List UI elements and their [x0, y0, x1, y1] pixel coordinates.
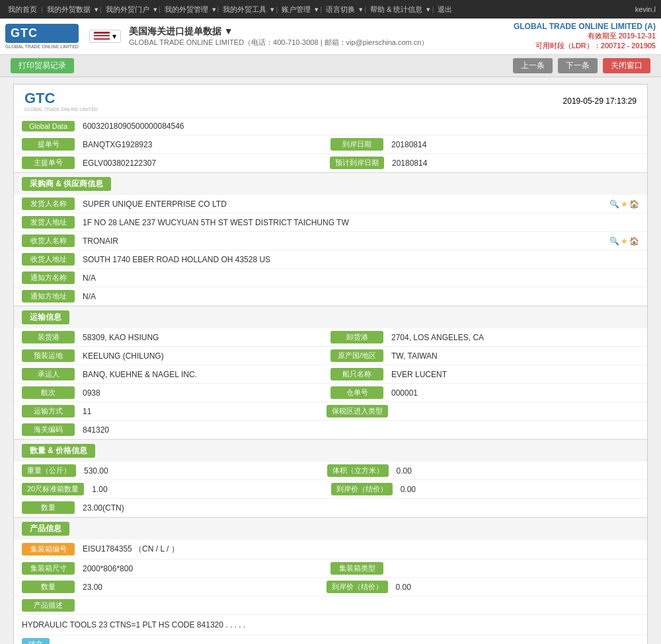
- page-subtitle: GLOBAL TRADE ONLINE LIMITED（电话：400-710-3…: [129, 38, 514, 48]
- nav-logout[interactable]: 退出: [435, 5, 455, 15]
- est-arrival-value: 20180814: [389, 157, 639, 169]
- arrival-price-value: 0.00: [398, 483, 639, 495]
- qty-row: 数量 23.00(CTN): [14, 499, 647, 517]
- header-bar: GTC GLOBAL TRADE ONLINE LIMITED ▾ 美国海关进口…: [0, 18, 661, 55]
- print-record-btn[interactable]: 打印贸易记录: [11, 58, 74, 73]
- container-size-label: 集装箱尺寸: [22, 562, 75, 575]
- consignee-addr-row: 收货人地址 SOUTH 1740 EBER ROAD HOLLAND OH 43…: [14, 250, 647, 269]
- nav-my-data[interactable]: 我的外贸数据: [44, 5, 93, 15]
- depart-port-value: 58309, KAO HSIUNG: [80, 332, 330, 343]
- nav-manage[interactable]: 我的外贸管理: [162, 5, 211, 15]
- page-title: 美国海关进口提单数据 ▼: [129, 26, 514, 38]
- product-price-label: 到岸价（结价）: [327, 581, 388, 593]
- nav-account[interactable]: 账户管理: [279, 5, 313, 15]
- shipper-home-icon[interactable]: 🏠: [629, 199, 639, 209]
- consignee-home-icon[interactable]: 🏠: [629, 236, 639, 246]
- nav-portal[interactable]: 我的外贸门户: [103, 5, 152, 15]
- qty-price-section: 数量 & 价格信息: [14, 439, 647, 462]
- product-desc-title-row: 产品描述: [14, 596, 647, 615]
- dest-port-label: 卸货港: [330, 331, 383, 343]
- nav-user: kevin.l: [635, 5, 656, 13]
- global-data-label: Global Data: [22, 121, 75, 131]
- next-btn[interactable]: 下一条: [558, 58, 598, 73]
- carrier-label: 承运人: [22, 368, 75, 380]
- transport-mode-value: 11: [80, 406, 327, 417]
- logo-area: GTC GLOBAL TRADE ONLINE LIMITED: [5, 24, 79, 49]
- bonus-zone-value: [393, 410, 640, 413]
- shipper-star-icon[interactable]: ★: [621, 199, 628, 209]
- product-price-value: 0.00: [393, 581, 640, 593]
- product-title: 产品信息: [22, 522, 69, 536]
- top-nav: 我的首页 | 我的外贸数据▾ | 我的外贸门户▾ | 我的外贸管理▾ | 我的外…: [0, 0, 661, 18]
- shipper-addr-row: 发货人地址 1F NO 28 LANE 237 WUCYUAN 5TH ST W…: [14, 213, 647, 232]
- product-qty-row: 数量 23.00 到岸价（结价） 0.00: [14, 578, 647, 596]
- document-card: GTC GLOBAL TRADE ONLINE LIMITED 2019-05-…: [13, 84, 648, 644]
- doc-logo: GTC: [24, 90, 98, 107]
- nav-tools[interactable]: 我的外贸工具: [220, 5, 269, 15]
- qty-label: 数量: [22, 501, 75, 514]
- doc-header: GTC GLOBAL TRADE ONLINE LIMITED 2019-05-…: [14, 85, 647, 118]
- prev-btn[interactable]: 上一条: [513, 58, 553, 73]
- voyage-label: 航次: [22, 386, 75, 399]
- depart-port-label: 装货港: [22, 331, 75, 343]
- logo: GTC: [5, 24, 79, 43]
- global-data-row: Global Data 60032018090500000084546: [14, 118, 647, 135]
- ldr-info: 可用时段（LDR）：200712 - 201905: [514, 41, 656, 51]
- vessel-label: 船只名称: [330, 368, 383, 380]
- logo-sub: GLOBAL TRADE ONLINE LIMITED: [5, 44, 79, 49]
- loading-place-label: 预装运地: [22, 349, 75, 362]
- master-bill-row: 主提单号 EGLV003802122307 预计到岸日期 20180814: [14, 154, 647, 172]
- shipper-search-icon[interactable]: 🔍: [609, 199, 619, 209]
- flag-area[interactable]: ▾: [89, 30, 121, 43]
- doc-timestamp: 2019-05-29 17:13:29: [563, 96, 637, 106]
- doc-logo-sub: GLOBAL TRADE ONLINE LIMITED: [24, 107, 98, 112]
- container-no-label: 仓单号: [330, 386, 383, 399]
- arrival-date-label: 到岸日期: [330, 138, 383, 151]
- depart-port-row: 装货港 58309, KAO HSIUNG 卸货港 2704, LOS ANGE…: [14, 328, 647, 347]
- nav-home[interactable]: 我的首页: [5, 5, 40, 15]
- customs-code-label: 海关编码: [22, 423, 75, 436]
- shipper-addr-label: 发货人地址: [22, 216, 75, 229]
- est-arrival-label: 预计到岸日期: [330, 157, 384, 169]
- customs-code-row: 海关编码 841320: [14, 421, 647, 439]
- consignee-name-value: TRONAIR: [80, 235, 607, 247]
- flag-arrow: ▾: [112, 32, 116, 41]
- container-type-value: [389, 567, 639, 570]
- buyer-supplier-section: 采购商 & 供应商信息: [14, 172, 647, 195]
- dest-port-value: 2704, LOS ANGELES, CA: [389, 332, 639, 343]
- consignee-name-row: 收货人名称 TRONAIR 🔍 ★ 🏠: [14, 232, 647, 250]
- product-desc-title: 产品描述: [22, 599, 75, 612]
- consignee-search-icon[interactable]: 🔍: [609, 236, 619, 246]
- origin-value: TW, TAIWAN: [389, 350, 639, 362]
- remarks-btn[interactable]: 破文: [22, 638, 50, 644]
- carrier-value: BANQ, KUEHNE & NAGEL INC.: [80, 369, 330, 380]
- remarks-btn-row: 破文: [14, 635, 647, 644]
- main-content: GTC GLOBAL TRADE ONLINE LIMITED 2019-05-…: [0, 77, 661, 644]
- nav-lang[interactable]: 语言切换: [323, 5, 358, 15]
- volume-value: 0.00: [394, 465, 640, 477]
- bill-number-row: 提单号 BANQTXG1928923 到岸日期 20180814: [14, 135, 647, 154]
- notify-addr-value: N/A: [80, 291, 639, 303]
- product-description: HYDRAULIC TOOLS 23 CTNS=1 PLT HS CODE 84…: [14, 615, 647, 635]
- shipper-name-value: SUPER UNIQUE ENTERPRISE CO LTD: [80, 198, 607, 210]
- expiry-date: 有效期至 2019-12-31: [514, 31, 656, 41]
- product-qty-value: 23.00: [80, 581, 327, 593]
- carrier-row: 承运人 BANQ, KUEHNE & NAGEL INC. 船只名称 EVER …: [14, 365, 647, 384]
- loading-place-value: KEELUNG (CHILUNG): [80, 350, 330, 362]
- voyage-value: 0938: [80, 387, 330, 399]
- arrival-price-label: 到岸价（结价）: [331, 483, 393, 495]
- container-no-value: 000001: [389, 387, 639, 399]
- origin-label: 原产国/地区: [330, 349, 383, 362]
- close-btn[interactable]: 关闭窗口: [603, 58, 650, 73]
- bill-number-label: 提单号: [22, 138, 75, 151]
- customs-code-value: 841320: [80, 424, 639, 436]
- master-bill-label: 主提单号: [22, 157, 75, 169]
- notify-name-row: 通知方名称 N/A: [14, 269, 647, 287]
- account-info: GLOBAL TRADE ONLINE LIMITED (A) 有效期至 201…: [514, 22, 656, 51]
- nav-help[interactable]: 帮助 & 统计信息: [368, 5, 425, 15]
- consignee-star-icon[interactable]: ★: [621, 236, 628, 246]
- container-id-value: EISU1784355 （CN / L / ）: [80, 542, 639, 556]
- voyage-row: 航次 0938 仓单号 000001: [14, 384, 647, 402]
- toolbar-left: 打印贸易记录: [11, 58, 74, 73]
- product-section: 产品信息: [14, 517, 647, 540]
